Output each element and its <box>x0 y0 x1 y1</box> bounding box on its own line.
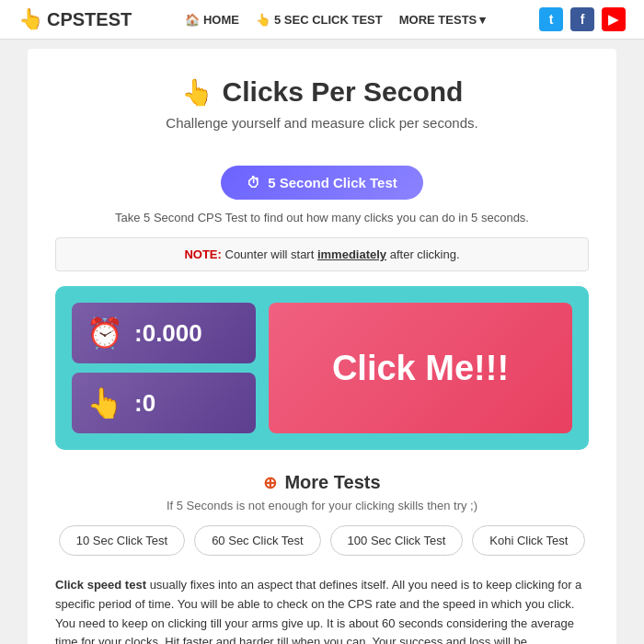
more-tests-subtitle: If 5 Seconds is not enough for your clic… <box>55 499 589 512</box>
cta-note: Take 5 Second CPS Test to find out how m… <box>55 211 589 224</box>
cta-button-label: 5 Second Click Test <box>268 175 397 190</box>
more-tests-title-text: More Tests <box>284 472 380 493</box>
clicks-stat-box: 👆 :0 <box>72 373 256 433</box>
click-test-icon: 👆 <box>256 13 270 27</box>
nav-home[interactable]: 🏠 HOME <box>185 13 239 27</box>
cta-icon: ⏱ <box>247 175 260 190</box>
twitter-icon[interactable]: t <box>539 7 563 31</box>
more-tests-icon: ⊕ <box>263 473 277 493</box>
nav-click-test-label: 5 SEC CLICK TEST <box>274 13 383 27</box>
nav-more-tests[interactable]: MORE TESTS ▾ <box>399 13 487 27</box>
cta-button[interactable]: ⏱ 5 Second Click Test <box>221 166 423 200</box>
hand-icon: 👆 <box>181 77 213 108</box>
social-links: t f ▶ <box>539 7 626 31</box>
nav-home-label: HOME <box>203 13 239 27</box>
note-highlight: immediately <box>317 247 386 261</box>
article-section: Click speed test usually fixes into an a… <box>55 576 589 644</box>
click-stats: ⏰ :0.000 👆 :0 <box>72 303 256 433</box>
more-tests-section: ⊕ More Tests If 5 Seconds is not enough … <box>55 472 589 556</box>
click-area: ⏰ :0.000 👆 :0 Click Me!!! <box>55 286 589 450</box>
main-content: 👆 Clicks Per Second Challenge yourself a… <box>28 49 616 644</box>
nav-click-test[interactable]: 👆 5 SEC CLICK TEST <box>256 13 383 27</box>
logo[interactable]: 👆 CPSTEST <box>18 7 132 31</box>
test-btn-100sec[interactable]: 100 Sec Click Test <box>330 525 464 556</box>
site-header: 👆 CPSTEST 🏠 HOME 👆 5 SEC CLICK TEST MORE… <box>0 0 644 40</box>
note-text-before: Counter will start <box>225 247 317 261</box>
hero-section: 👆 Clicks Per Second Challenge yourself a… <box>55 67 589 149</box>
note-label: NOTE: <box>184 247 221 261</box>
nav-more-tests-label: MORE TESTS <box>399 13 477 27</box>
facebook-icon[interactable]: f <box>570 7 594 31</box>
test-buttons: 10 Sec Click Test 60 Sec Click Test 100 … <box>55 525 589 556</box>
article-para1: Click speed test usually fixes into an a… <box>55 576 589 644</box>
article-bold: Click speed test <box>55 578 146 592</box>
click-me-button[interactable]: Click Me!!! <box>269 303 572 433</box>
home-icon: 🏠 <box>185 13 200 27</box>
hero-title: 👆 Clicks Per Second <box>55 76 589 108</box>
note-box: NOTE: Counter will start immediately aft… <box>55 237 589 271</box>
hero-subtitle: Challenge yourself and measure click per… <box>55 115 589 131</box>
note-text-after: after clicking. <box>390 247 460 261</box>
test-btn-10sec[interactable]: 10 Sec Click Test <box>59 525 185 556</box>
chevron-down-icon: ▾ <box>479 13 486 27</box>
time-value: :0.000 <box>134 319 202 348</box>
test-btn-kohi[interactable]: Kohi Click Test <box>472 525 585 556</box>
finger-icon: 👆 <box>86 385 123 420</box>
more-tests-title: ⊕ More Tests <box>55 472 589 493</box>
clicks-value: :0 <box>134 389 155 418</box>
logo-text: CPSTEST <box>47 9 132 30</box>
logo-icon: 👆 <box>18 7 43 31</box>
main-nav: 🏠 HOME 👆 5 SEC CLICK TEST MORE TESTS ▾ <box>185 13 486 27</box>
clock-icon: ⏰ <box>86 316 123 351</box>
time-stat-box: ⏰ :0.000 <box>72 303 256 363</box>
youtube-icon[interactable]: ▶ <box>602 7 626 31</box>
test-btn-60sec[interactable]: 60 Sec Click Test <box>194 525 320 556</box>
hero-title-text: Clicks Per Second <box>223 76 464 108</box>
click-me-label: Click Me!!! <box>332 349 509 388</box>
cta-section: ⏱ 5 Second Click Test Take 5 Second CPS … <box>55 166 589 224</box>
